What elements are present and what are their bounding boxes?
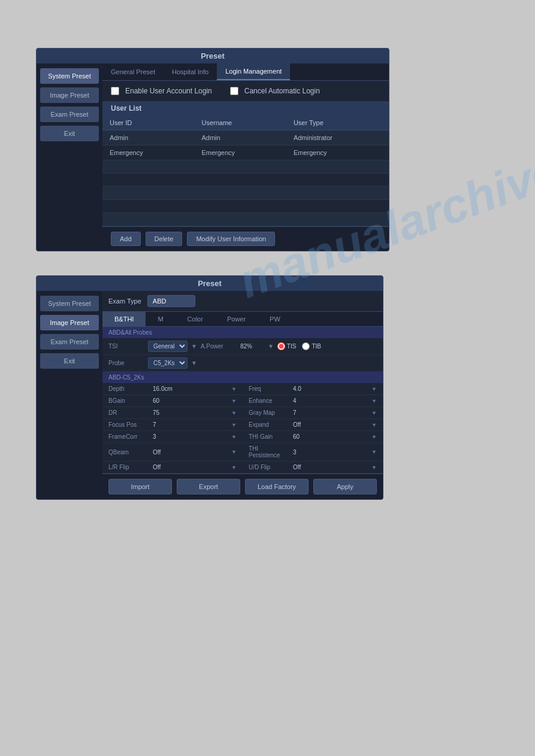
arrow-icon: ▼ bbox=[231, 434, 237, 440]
param-qbeam: QBeam Off ▼ bbox=[102, 443, 243, 462]
sidebar-btn-image-preset[interactable]: Image Preset bbox=[40, 87, 99, 103]
dialog1-tab-bar: General Preset Hospital Info Login Manag… bbox=[102, 63, 389, 81]
arrow-icon: ▼ bbox=[371, 386, 377, 392]
col-username: Username bbox=[194, 116, 286, 130]
table-row[interactable]: Emergency Emergency Emergency bbox=[102, 145, 389, 160]
probe-label: Probe bbox=[108, 360, 144, 366]
params-grid: Depth 16.0cm ▼ Freq 4.0 ▼ BGain 60 ▼ bbox=[102, 383, 383, 473]
modify-user-button[interactable]: Modify User Information bbox=[187, 232, 275, 246]
param-lrflip: L/R Flip Off ▼ bbox=[102, 462, 243, 473]
user-list-header: User List bbox=[102, 101, 389, 116]
d2-sidebar-btn-image-preset[interactable]: Image Preset bbox=[40, 315, 99, 330]
preset-dialog-1: Preset System Preset Image Preset Exam P… bbox=[36, 48, 389, 251]
arrow-icon: ▼ bbox=[371, 449, 377, 455]
param-thipersistence: THI Persistence 3 ▼ bbox=[243, 443, 383, 462]
arrow-icon: ▼ bbox=[231, 464, 237, 470]
d2-sidebar-btn-system-preset[interactable]: System Preset bbox=[40, 296, 99, 311]
dialog2-main: Exam Type B&THI M Color Power PW ABD&All… bbox=[102, 291, 383, 499]
import-button[interactable]: Import bbox=[108, 479, 172, 494]
cancel-auto-login-label: Cancel Automatic Login bbox=[244, 87, 320, 95]
arrow-icon: ▼ bbox=[371, 398, 377, 404]
tab-hospital-info[interactable]: Hospital Info bbox=[164, 63, 217, 80]
image-tab-bar: B&THI M Color Power PW bbox=[102, 312, 383, 327]
cancel-auto-login-checkbox[interactable] bbox=[230, 87, 238, 95]
chevron-icon: ▼ bbox=[191, 343, 197, 350]
probe-select[interactable]: C5_2Ks bbox=[148, 357, 188, 369]
image-tab-power[interactable]: Power bbox=[215, 312, 258, 326]
tis-radio[interactable] bbox=[277, 342, 285, 350]
arrow-icon: ▼ bbox=[231, 422, 237, 428]
param-freq: Freq 4.0 ▼ bbox=[243, 383, 383, 395]
table-row-empty bbox=[102, 213, 389, 226]
tab-login-management[interactable]: Login Management bbox=[217, 63, 290, 80]
arrow-icon: ▼ bbox=[371, 464, 377, 470]
dialog1-main: General Preset Hospital Info Login Manag… bbox=[102, 63, 389, 251]
user-table: User ID Username User Type Admin Admin A… bbox=[102, 116, 389, 226]
table-row-empty bbox=[102, 174, 389, 187]
arrow-icon: ▼ bbox=[371, 422, 377, 428]
param-udflip: U/D Flip Off ▼ bbox=[243, 462, 383, 473]
image-tab-color[interactable]: Color bbox=[176, 312, 215, 326]
col-user-type: User Type bbox=[286, 116, 389, 130]
tsi-row: TSI General ▼ A.Power 82% ▼ TIS bbox=[102, 338, 383, 355]
user-type-cell: Administrator bbox=[286, 130, 389, 145]
section2-header: ABD-C5_2Ks bbox=[102, 372, 383, 383]
section1-header: ABD&All Probes bbox=[102, 327, 383, 338]
tib-radio[interactable] bbox=[302, 342, 310, 350]
param-expand: Expand Off ▼ bbox=[243, 419, 383, 431]
exam-type-label: Exam Type bbox=[108, 297, 141, 305]
user-id-cell: Admin bbox=[102, 130, 194, 145]
arrow-icon: ▼ bbox=[231, 386, 237, 392]
d2-sidebar-btn-exam-preset[interactable]: Exam Preset bbox=[40, 334, 99, 350]
arrow-icon: ▼ bbox=[231, 410, 237, 416]
apply-button[interactable]: Apply bbox=[313, 479, 377, 494]
param-focuspos: Focus Pos 7 ▼ bbox=[102, 419, 243, 431]
add-button[interactable]: Add bbox=[111, 232, 141, 246]
tib-radio-label: TIB bbox=[302, 342, 321, 350]
tsi-select[interactable]: General bbox=[148, 341, 188, 352]
arrow-icon: ▼ bbox=[231, 398, 237, 404]
tis-radio-label: TIS bbox=[277, 342, 297, 350]
username-cell: Emergency bbox=[194, 145, 286, 160]
bottom-bar: Import Export Load Factory Apply bbox=[102, 473, 383, 499]
user-type-cell: Emergency bbox=[286, 145, 389, 160]
arrow-icon: ▼ bbox=[231, 449, 237, 455]
chevron-icon2: ▼ bbox=[268, 343, 274, 350]
radio-group: TIS TIB bbox=[277, 342, 321, 350]
login-options-row: Enable User Account Login Cancel Automat… bbox=[102, 81, 389, 101]
arrow-icon: ▼ bbox=[371, 434, 377, 440]
image-tab-bthi[interactable]: B&THI bbox=[102, 312, 146, 326]
load-factory-button[interactable]: Load Factory bbox=[245, 479, 309, 494]
dialog1-sidebar: System Preset Image Preset Exam Preset E… bbox=[37, 63, 102, 251]
export-button[interactable]: Export bbox=[177, 479, 240, 494]
tsi-label: TSI bbox=[108, 343, 144, 350]
d2-sidebar-btn-exit[interactable]: Exit bbox=[40, 353, 99, 369]
image-tab-pw[interactable]: PW bbox=[258, 312, 292, 326]
delete-button[interactable]: Delete bbox=[146, 232, 183, 246]
col-user-id: User ID bbox=[102, 116, 194, 130]
a-power-label: A.Power bbox=[201, 343, 237, 350]
probe-row: Probe C5_2Ks ▼ bbox=[102, 355, 383, 372]
image-tab-m[interactable]: M bbox=[146, 312, 175, 326]
param-thigain: THI Gain 60 ▼ bbox=[243, 431, 383, 443]
table-row-empty bbox=[102, 200, 389, 213]
table-row-empty bbox=[102, 187, 389, 200]
param-dr: DR 75 ▼ bbox=[102, 407, 243, 419]
user-id-cell: Emergency bbox=[102, 145, 194, 160]
tab-general-preset[interactable]: General Preset bbox=[102, 63, 164, 80]
probe-chevron-icon: ▼ bbox=[191, 360, 197, 366]
exam-type-row: Exam Type bbox=[102, 291, 383, 312]
dialog2-sidebar: System Preset Image Preset Exam Preset E… bbox=[37, 291, 102, 499]
sidebar-btn-system-preset[interactable]: System Preset bbox=[40, 68, 99, 84]
table-row-empty bbox=[102, 160, 389, 174]
table-row[interactable]: Admin Admin Administrator bbox=[102, 130, 389, 145]
param-framecorr: FrameCorr 3 ▼ bbox=[102, 431, 243, 443]
param-graymap: Gray Map 7 ▼ bbox=[243, 407, 383, 419]
action-bar: Add Delete Modify User Information bbox=[102, 226, 389, 251]
enable-user-account-label: Enable User Account Login bbox=[125, 87, 212, 95]
sidebar-btn-exit[interactable]: Exit bbox=[40, 126, 99, 141]
enable-user-account-checkbox[interactable] bbox=[111, 87, 119, 95]
dialog1-title: Preset bbox=[37, 48, 389, 63]
exam-type-input[interactable] bbox=[147, 295, 195, 307]
sidebar-btn-exam-preset[interactable]: Exam Preset bbox=[40, 107, 99, 122]
